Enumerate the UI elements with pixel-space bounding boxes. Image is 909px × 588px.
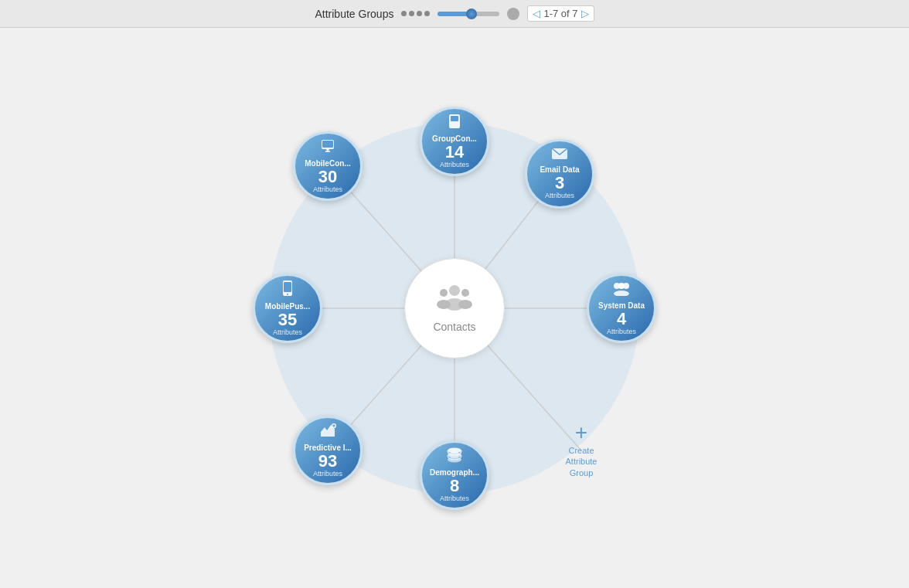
view-toggle[interactable] xyxy=(401,11,430,16)
svg-point-23 xyxy=(448,457,461,463)
top-bar: Attribute Groups ◁ 1-7 of 7 ▷ xyxy=(0,0,909,28)
demograph-attr-label: Attributes xyxy=(440,495,469,502)
svg-rect-28 xyxy=(284,282,291,292)
svg-point-20 xyxy=(614,291,629,296)
system-data-attr-label: Attributes xyxy=(607,328,636,335)
email-data-attr-label: Attributes xyxy=(545,192,574,199)
attribute-groups-label: Attribute Groups xyxy=(315,8,393,20)
dot-1 xyxy=(401,11,407,16)
svg-point-21 xyxy=(448,448,461,454)
system-data-icon xyxy=(611,280,632,300)
slider-thumb[interactable] xyxy=(466,8,477,19)
svg-point-19 xyxy=(618,283,625,289)
group-con-icon xyxy=(447,114,462,133)
center-node[interactable]: Contacts xyxy=(404,258,505,359)
predictive-count: 93 xyxy=(318,453,337,470)
center-label: Contacts xyxy=(433,321,475,333)
contacts-icon xyxy=(436,283,473,318)
svg-point-22 xyxy=(448,453,461,458)
system-data-count: 4 xyxy=(617,311,626,328)
node-email-data[interactable]: Email Data 3 Attributes xyxy=(525,139,594,209)
svg-point-13 xyxy=(458,300,472,309)
node-mobile-con[interactable]: MobileCon... 30 Attributes xyxy=(293,131,363,201)
create-plus-icon: + xyxy=(575,422,587,444)
dot-4 xyxy=(424,11,430,16)
demograph-count: 8 xyxy=(450,478,459,495)
dot-3 xyxy=(417,11,422,16)
node-predictive[interactable]: Predictive I... 93 Attributes xyxy=(293,416,363,485)
predictive-attr-label: Attributes xyxy=(313,470,342,478)
pagination: ◁ 1-7 of 7 ▷ xyxy=(527,5,594,22)
node-demograph[interactable]: Demograph... 8 Attributes xyxy=(420,440,489,510)
mobile-con-count: 30 xyxy=(318,168,337,185)
main-area: Contacts GroupCon... 14 Attributes E xyxy=(0,28,909,588)
group-con-count: 14 xyxy=(445,144,464,161)
mobile-con-attr-label: Attributes xyxy=(313,185,342,193)
next-page-arrow[interactable]: ▷ xyxy=(581,8,589,19)
mobile-pus-icon xyxy=(281,280,294,301)
dot-2 xyxy=(409,11,414,16)
svg-point-29 xyxy=(287,294,288,295)
svg-point-10 xyxy=(440,289,448,297)
svg-point-12 xyxy=(461,289,469,297)
node-system-data[interactable]: System Data 4 Attributes xyxy=(587,274,656,343)
zoom-slider[interactable] xyxy=(437,12,499,16)
mobile-pus-count: 35 xyxy=(278,311,297,328)
email-data-count: 3 xyxy=(555,175,564,192)
svg-point-8 xyxy=(449,285,460,296)
svg-rect-15 xyxy=(451,116,458,121)
node-mobile-pus[interactable]: MobilePus... 35 Attributes xyxy=(253,274,322,343)
node-group-con[interactable]: GroupCon... 14 Attributes xyxy=(420,107,489,176)
svg-rect-31 xyxy=(322,141,333,148)
svg-point-11 xyxy=(437,300,451,309)
group-con-attr-label: Attributes xyxy=(440,161,469,168)
create-attribute-group-node[interactable]: + Create Attribute Group xyxy=(546,416,616,485)
create-attr-group-label: Create Attribute Group xyxy=(566,445,597,478)
predictive-icon xyxy=(319,423,336,442)
prev-page-arrow[interactable]: ◁ xyxy=(533,8,540,19)
mobile-con-icon xyxy=(320,138,335,158)
pagination-text: 1-7 of 7 xyxy=(543,8,577,19)
demograph-icon xyxy=(446,447,463,467)
wheel-container: Contacts GroupCon... 14 Attributes E xyxy=(207,61,702,556)
mobile-pus-attr-label: Attributes xyxy=(273,328,302,336)
slider-end-circle xyxy=(507,8,519,20)
email-data-icon xyxy=(551,148,568,164)
